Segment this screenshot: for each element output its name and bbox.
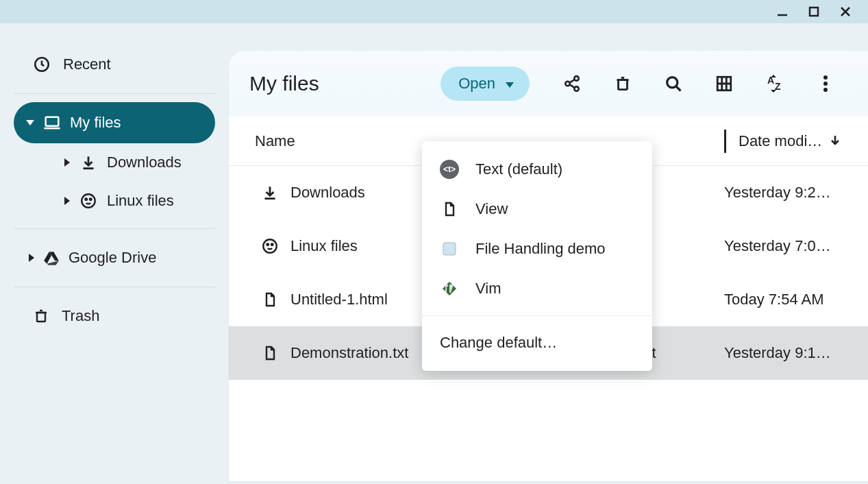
svg-marker-13 xyxy=(44,252,51,263)
svg-point-9 xyxy=(82,194,95,208)
sidebar-item-label: Google Drive xyxy=(69,249,156,267)
file-date: Today 7:54 AM xyxy=(724,291,847,308)
arrow-down-icon xyxy=(829,132,841,150)
more-icon[interactable] xyxy=(810,69,841,99)
svg-marker-18 xyxy=(506,82,514,88)
svg-rect-15 xyxy=(37,313,45,322)
menu-item-vim[interactable]: Vim xyxy=(422,269,652,308)
svg-point-38 xyxy=(823,82,828,86)
menu-separator xyxy=(422,315,652,316)
sidebar-item-recent[interactable]: Recent xyxy=(14,44,215,85)
sidebar-item-linux[interactable]: Linux files xyxy=(56,182,215,220)
drive-icon xyxy=(42,249,60,267)
sidebar: Recent My files Downloads xyxy=(0,23,229,484)
menu-item-label: Change default… xyxy=(440,334,557,352)
window-titlebar xyxy=(0,0,868,23)
menu-item-label: Text (default) xyxy=(475,160,562,178)
vim-icon xyxy=(440,279,459,298)
sidebar-item-downloads[interactable]: Downloads xyxy=(56,143,215,182)
svg-point-45 xyxy=(271,244,273,246)
chevron-right-icon xyxy=(64,197,70,205)
sort-icon[interactable]: AZ xyxy=(760,69,790,99)
svg-line-22 xyxy=(569,80,575,83)
svg-point-20 xyxy=(574,76,579,81)
svg-point-44 xyxy=(266,244,269,246)
svg-point-10 xyxy=(85,199,87,201)
toolbar: My files Open AZ xyxy=(229,51,868,117)
menu-item-text-default[interactable]: <t> Text (default) xyxy=(422,149,652,189)
file-icon xyxy=(440,199,459,219)
sidebar-item-label: My files xyxy=(70,114,121,132)
svg-point-27 xyxy=(667,77,678,88)
file-date: Yesterday 7:0… xyxy=(724,237,847,255)
open-button[interactable]: Open xyxy=(441,66,530,101)
svg-point-37 xyxy=(823,75,828,80)
menu-item-change-default[interactable]: Change default… xyxy=(422,323,652,363)
sidebar-item-label: Recent xyxy=(63,56,111,73)
column-date[interactable]: Date modi… xyxy=(724,130,847,153)
svg-point-43 xyxy=(263,239,277,253)
chevron-right-icon xyxy=(29,254,34,262)
chevron-down-icon xyxy=(26,120,34,125)
file-date: Yesterday 9:1… xyxy=(724,344,847,362)
text-app-icon: <t> xyxy=(440,160,459,179)
page-title: My files xyxy=(249,72,434,95)
sidebar-item-trash[interactable]: Trash xyxy=(14,295,215,337)
search-icon[interactable] xyxy=(658,69,689,99)
maximize-icon[interactable] xyxy=(808,5,820,18)
svg-line-28 xyxy=(676,86,680,90)
divider xyxy=(14,287,215,287)
column-date-label: Date modi… xyxy=(739,132,822,150)
trash-icon xyxy=(33,308,49,324)
divider xyxy=(14,93,215,94)
menu-item-file-handling-demo[interactable]: File Handling demo xyxy=(422,229,652,269)
caret-down-icon xyxy=(505,75,514,93)
menu-item-label: File Handling demo xyxy=(475,240,606,258)
svg-point-39 xyxy=(823,88,828,92)
svg-rect-5 xyxy=(46,117,59,126)
sidebar-item-label: Downloads xyxy=(107,154,182,171)
menu-item-view[interactable]: View xyxy=(422,189,652,229)
chevron-right-icon xyxy=(64,158,70,167)
file-date: Yesterday 9:2… xyxy=(724,184,847,202)
file-icon xyxy=(249,291,290,308)
grid-view-icon[interactable] xyxy=(709,69,739,99)
main-panel: My files Open AZ xyxy=(229,51,868,481)
download-icon xyxy=(79,154,97,171)
menu-item-label: View xyxy=(475,200,508,218)
minimize-icon[interactable] xyxy=(776,5,789,18)
menu-item-label: Vim xyxy=(475,280,501,298)
sidebar-item-drive[interactable]: Google Drive xyxy=(14,237,215,278)
clock-icon xyxy=(33,56,51,73)
divider xyxy=(14,228,215,229)
sidebar-item-myfiles[interactable]: My files xyxy=(14,102,215,143)
delete-icon[interactable] xyxy=(608,69,638,99)
svg-rect-46 xyxy=(443,243,456,255)
open-button-label: Open xyxy=(458,75,495,93)
laptop-icon xyxy=(42,113,62,132)
sidebar-item-label: Linux files xyxy=(107,192,174,210)
sidebar-item-label: Trash xyxy=(62,307,99,325)
svg-line-23 xyxy=(569,84,575,88)
share-icon[interactable] xyxy=(557,69,587,99)
svg-rect-24 xyxy=(619,80,628,90)
linux-icon xyxy=(79,192,97,210)
svg-point-21 xyxy=(574,86,579,90)
file-icon xyxy=(249,345,290,361)
open-with-menu: <t> Text (default) View File Handling de… xyxy=(422,141,652,371)
svg-rect-1 xyxy=(810,8,818,16)
svg-point-11 xyxy=(90,199,92,201)
demo-app-icon xyxy=(440,239,459,258)
close-icon[interactable] xyxy=(839,5,852,18)
download-icon xyxy=(249,184,290,202)
svg-marker-14 xyxy=(47,261,59,265)
linux-icon xyxy=(249,237,290,255)
